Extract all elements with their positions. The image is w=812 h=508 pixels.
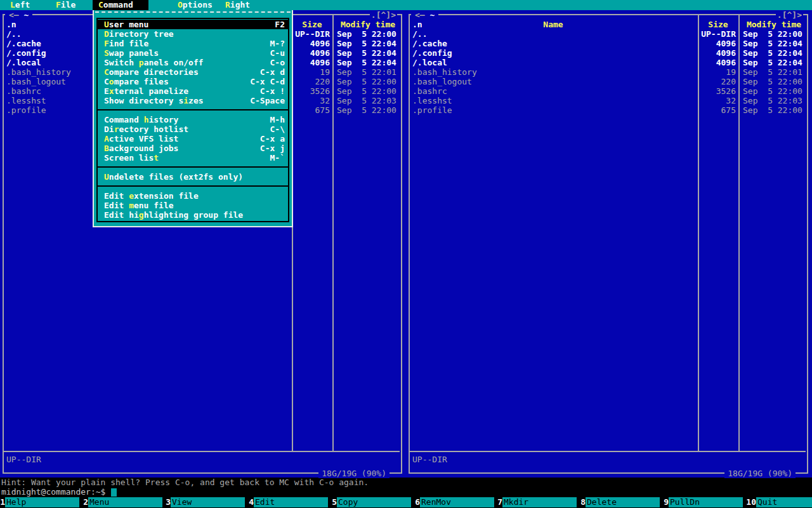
panel-path[interactable]: <— ~ xyxy=(411,10,438,20)
menu-item-directory-hotlist[interactable]: Directory hotlistC-\ xyxy=(98,124,288,134)
menu-item-find-file[interactable]: Find fileM-? xyxy=(98,39,288,48)
menu-item-background-jobs[interactable]: Background jobsC-x j xyxy=(98,144,288,153)
file-mtime: Sep 5 22:00 xyxy=(738,86,809,96)
menu-item-label: Undelete files (ext2fs only) xyxy=(104,172,243,182)
mini-status: UP--DIR xyxy=(412,455,447,464)
menu-command[interactable]: Command xyxy=(93,0,148,10)
menu-item-label: Screen list xyxy=(104,153,159,163)
column-header-size[interactable]: Size xyxy=(292,20,332,29)
panel-corner-buttons[interactable]: .[^]> xyxy=(776,10,803,20)
fkey-number: 7 xyxy=(497,497,502,507)
menu-item-swap-panels[interactable]: Swap panelsC-u xyxy=(98,48,288,58)
fkey-4-edit[interactable]: 4Edit xyxy=(249,497,328,507)
file-size: 32 xyxy=(292,96,332,105)
fkey-number: 2 xyxy=(83,497,88,507)
panel-corner-buttons[interactable]: .[^]> xyxy=(370,10,397,20)
column-header-name[interactable]: Name xyxy=(409,20,698,29)
file-row-bashrc[interactable]: .bashrc3526Sep 5 22:00 xyxy=(406,86,812,96)
history-back-icon[interactable]: <— xyxy=(415,10,425,20)
file-mtime: Sep 5 22:04 xyxy=(738,39,809,48)
fkey-8-delete[interactable]: 8Delete xyxy=(580,497,660,507)
free-space-label: 18G/19G (90%) xyxy=(318,469,390,478)
column-header-size[interactable]: Size xyxy=(698,20,738,29)
menu-item-edit-menu-file[interactable]: Edit menu file xyxy=(98,201,288,210)
menu-hotkey: F xyxy=(56,0,61,10)
menu-item-directory-tree[interactable]: Directory tree xyxy=(98,29,288,39)
file-row-lesshst[interactable]: .lesshst32Sep 5 22:03 xyxy=(406,96,812,105)
fkey-7-mkdir[interactable]: 7Mkdir xyxy=(497,497,577,507)
fkey-1-help[interactable]: 1Help xyxy=(0,497,79,507)
file-size: 4096 xyxy=(698,39,738,48)
menu-item-switch-panels-on-off[interactable]: Switch panels on/offC-o xyxy=(98,58,288,67)
file-mtime: Sep 5 22:00 xyxy=(738,29,809,39)
fkey-9-pulldn[interactable]: 9PullDn xyxy=(664,497,743,507)
menu-item-show-directory-sizes[interactable]: Show directory sizesC-Space xyxy=(98,96,288,105)
file-row-profile[interactable]: .profile675Sep 5 22:00 xyxy=(406,105,812,115)
file-name: /.. xyxy=(409,29,698,39)
free-space-label: 18G/19G (90%) xyxy=(724,469,796,478)
file-size: 3526 xyxy=(292,86,332,96)
menu-item-user-menu[interactable]: User menuF2 xyxy=(98,20,288,29)
fkey-2-menu[interactable]: 2Menu xyxy=(83,497,162,507)
fkey-label: View xyxy=(171,497,245,507)
menu-item-external-panelize[interactable]: External panelizeC-x ! xyxy=(98,86,288,96)
menu-item-edit-highlighting-group-file[interactable]: Edit highlighting group file xyxy=(98,210,288,220)
fkey-6-renmov[interactable]: 6RenMov xyxy=(415,497,494,507)
right-panel: <— ~ .[^]> .nNameSizeModify time/..UP--D… xyxy=(406,10,812,478)
menu-item-label: Edit highlighting group file xyxy=(104,210,243,220)
file-row-local[interactable]: /.local4096Sep 5 22:04 xyxy=(406,58,812,67)
menu-item-shortcut: C-Space xyxy=(250,96,285,105)
menu-item-label: Edit menu file xyxy=(104,201,174,210)
file-mtime: Sep 5 22:04 xyxy=(332,48,403,58)
fkey-10-quit[interactable]: 10Quit xyxy=(746,497,812,507)
command-line[interactable]: midnight@commander:~$ xyxy=(1,487,812,497)
file-mtime: Sep 5 22:00 xyxy=(332,29,403,39)
fkey-label: Help xyxy=(5,497,79,507)
menu-item-compare-directories[interactable]: Compare directoriesC-x d xyxy=(98,67,288,77)
file-row-bash-logout[interactable]: .bash_logout220Sep 5 22:00 xyxy=(406,77,812,86)
file-mtime: Sep 5 22:00 xyxy=(738,105,809,115)
menu-right[interactable]: Right xyxy=(225,0,250,10)
menu-item-compare-files[interactable]: Compare filesC-x C-d xyxy=(98,77,288,86)
file-row-config[interactable]: /.config4096Sep 5 22:04 xyxy=(406,48,812,58)
file-row-cache[interactable]: /.cache4096Sep 5 22:04 xyxy=(406,39,812,48)
file-size: UP--DIR xyxy=(292,29,332,39)
menu-item-shortcut: C-\ xyxy=(270,124,285,134)
menu-title-rest: ptions xyxy=(183,0,213,10)
file-size: 675 xyxy=(698,105,738,115)
menu-item-label: Show directory sizes xyxy=(104,96,204,105)
menu-item-label: Background jobs xyxy=(104,144,178,153)
text-cursor xyxy=(111,488,117,497)
menu-item-label: Directory hotlist xyxy=(104,124,188,134)
file-row-[interactable]: /..UP--DIRSep 5 22:00 xyxy=(406,29,812,39)
menu-item-label: Edit extension file xyxy=(104,191,199,201)
menu-item-command-history[interactable]: Command historyM-h xyxy=(98,115,288,124)
file-mtime: Sep 5 22:03 xyxy=(332,96,403,105)
menu-item-shortcut: C-x a xyxy=(260,134,285,144)
file-name: .lesshst xyxy=(409,96,698,105)
file-row-bash-history[interactable]: .bash_history19Sep 5 22:01 xyxy=(406,67,812,77)
fkey-number: 9 xyxy=(664,497,669,507)
menu-item-active-vfs-list[interactable]: Active VFS listC-x a xyxy=(98,134,288,144)
column-header-mtime[interactable]: Modify time xyxy=(738,20,809,29)
file-name: .profile xyxy=(409,105,698,115)
menu-item-undelete-files-ext2fs-only[interactable]: Undelete files (ext2fs only) xyxy=(98,172,288,182)
file-name: .bash_logout xyxy=(409,77,698,86)
file-mtime: Sep 5 22:04 xyxy=(738,48,809,58)
menu-item-edit-extension-file[interactable]: Edit extension file xyxy=(98,191,288,201)
history-back-icon[interactable]: <— xyxy=(9,10,19,20)
menu-separator xyxy=(98,166,288,168)
file-name: /.config xyxy=(409,48,698,58)
fkey-number: 3 xyxy=(166,497,171,507)
menu-options[interactable]: Options xyxy=(178,0,213,10)
menu-item-screen-list[interactable]: Screen listM-` xyxy=(98,153,288,163)
file-mtime: Sep 5 22:00 xyxy=(332,77,403,86)
menu-separator xyxy=(98,185,288,187)
menu-left[interactable]: Left xyxy=(10,0,30,10)
fkey-3-view[interactable]: 3View xyxy=(166,497,245,507)
file-size: 220 xyxy=(292,77,332,86)
panel-path[interactable]: <— ~ xyxy=(5,10,32,20)
menu-file[interactable]: File xyxy=(56,0,75,10)
fkey-5-copy[interactable]: 5Copy xyxy=(332,497,411,507)
column-header-mtime[interactable]: Modify time xyxy=(332,20,403,29)
